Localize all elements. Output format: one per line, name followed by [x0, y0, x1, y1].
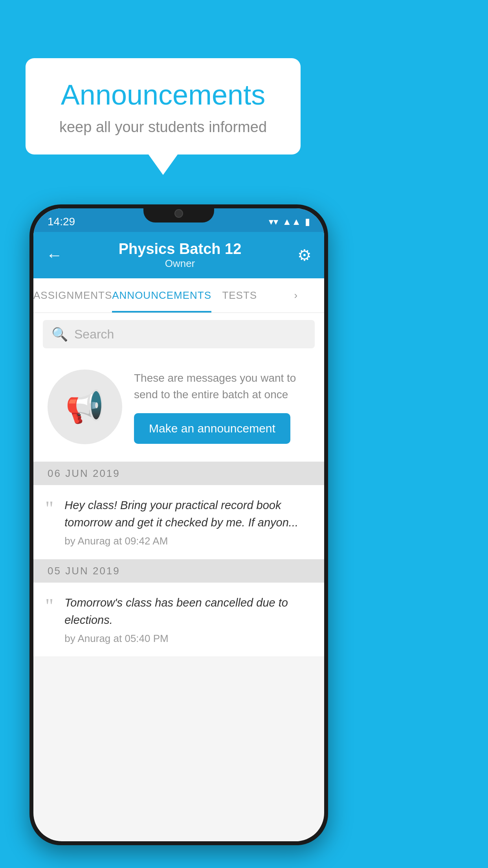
camera: [174, 209, 183, 218]
make-announcement-button[interactable]: Make an announcement: [134, 413, 290, 444]
announcement-content-1: Hey class! Bring your practical record b…: [64, 497, 312, 547]
search-placeholder: Search: [74, 327, 114, 342]
announcement-meta-2: by Anurag at 05:40 PM: [64, 633, 312, 645]
search-container: 🔍 Search: [33, 313, 324, 355]
announcement-text-1: Hey class! Bring your practical record b…: [64, 497, 312, 531]
back-button[interactable]: ←: [46, 246, 62, 265]
date-separator-2: 05 JUN 2019: [33, 559, 324, 583]
wifi-icon: ▾▾: [269, 216, 278, 227]
announcement-content-2: Tomorrow's class has been cancelled due …: [64, 594, 312, 645]
promo-description: These are messages you want to send to t…: [134, 370, 310, 403]
announcement-item-2[interactable]: " Tomorrow's class has been cancelled du…: [33, 583, 324, 657]
announcement-meta-1: by Anurag at 09:42 AM: [64, 535, 312, 547]
quote-icon-1: ": [45, 498, 53, 519]
search-icon: 🔍: [51, 326, 68, 342]
signal-icon: ▲▲: [282, 216, 301, 227]
promo-right: These are messages you want to send to t…: [134, 370, 310, 444]
announcement-text-2: Tomorrow's class has been cancelled due …: [64, 594, 312, 629]
tab-announcements[interactable]: ANNOUNCEMENTS: [112, 278, 211, 313]
bubble-subtitle: keep all your students informed: [49, 119, 277, 136]
battery-icon: ▮: [305, 216, 310, 227]
app-header: ← Physics Batch 12 Owner ⚙: [33, 232, 324, 278]
header-title-group: Physics Batch 12 Owner: [119, 241, 242, 270]
content-area: 🔍 Search 📢 These are messages you want t…: [33, 313, 324, 657]
tab-assignments[interactable]: ASSIGNMENTS: [33, 278, 112, 313]
phone-notch: [143, 204, 214, 223]
quote-icon-2: ": [45, 596, 53, 616]
tab-more[interactable]: ›: [268, 278, 324, 313]
tabs-bar: ASSIGNMENTS ANNOUNCEMENTS TESTS ›: [33, 278, 324, 313]
tab-tests[interactable]: TESTS: [211, 278, 268, 313]
bubble-title: Announcements: [49, 79, 277, 111]
status-icons: ▾▾ ▲▲ ▮: [269, 216, 310, 227]
date-separator-1: 06 JUN 2019: [33, 462, 324, 485]
announcement-item-1[interactable]: " Hey class! Bring your practical record…: [33, 485, 324, 559]
speech-bubble: Announcements keep all your students inf…: [26, 58, 301, 154]
speech-bubble-container: Announcements keep all your students inf…: [26, 58, 301, 154]
search-bar[interactable]: 🔍 Search: [43, 320, 315, 348]
megaphone-icon: 📢: [65, 388, 105, 425]
phone-frame: 14:29 ▾▾ ▲▲ ▮ ← Physics Batch 12 Owner ⚙…: [29, 204, 328, 845]
status-time: 14:29: [48, 215, 75, 228]
header-title: Physics Batch 12: [119, 241, 242, 257]
phone-screen: 14:29 ▾▾ ▲▲ ▮ ← Physics Batch 12 Owner ⚙…: [33, 208, 324, 841]
header-subtitle: Owner: [119, 257, 242, 270]
settings-button[interactable]: ⚙: [297, 246, 312, 264]
promo-card: 📢 These are messages you want to send to…: [33, 355, 324, 462]
promo-icon-circle: 📢: [48, 370, 122, 444]
